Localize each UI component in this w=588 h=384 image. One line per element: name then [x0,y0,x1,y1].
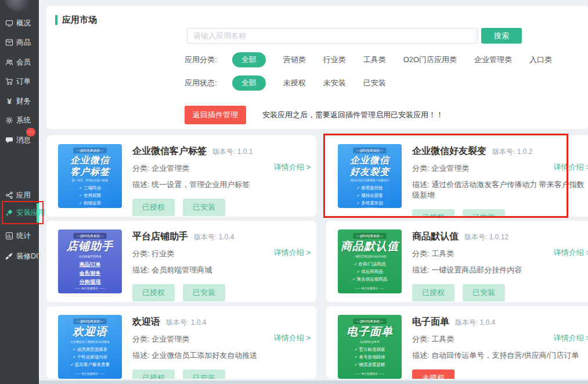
desc-label: 描述: [132,265,150,274]
status-badge-authorized: 已授权 [412,284,454,302]
sidebar: 概况 商品 会员 订单 ¥ 财务 系统 消息 ⋯ 应用 安装应用 统计 装修DI… [0,0,39,384]
app-card[interactable]: —源码电商系统— 企业微信 客户标签 统一设置，管理企业客户标签 三端同步 使用… [46,135,316,217]
category-value: 企业管理类 [431,164,469,173]
version-label: 版本号: [492,148,515,156]
app-name: 商品默认值 [412,231,459,243]
desc-label: 描述: [412,351,430,360]
sidebar-item-label: 应用 [16,191,31,200]
search-button[interactable]: 搜索 [481,28,522,44]
sidebar-item-label: 订单 [16,77,31,87]
sidebar-item-label: 统计 [16,231,31,241]
detail-link[interactable]: 详情介绍 > [274,162,311,173]
app-cover-image: —源码电商系统— 企业微信 好友裂变 通过价值活动激发客户传播动力 裂变路径短 … [338,144,402,208]
app-name: 平台店铺助手 [132,231,188,243]
app-name: 企业微信好友裂变 [412,145,486,157]
status-option[interactable]: 未授权 [283,78,306,88]
category-option[interactable]: 工具类 [363,55,386,65]
status-badge-installed: 已安装 [183,199,225,216]
sidebar-item-apps[interactable]: 应用 [0,189,39,202]
detail-link[interactable]: 详情介绍 > [554,333,588,343]
sidebar-item-diy[interactable]: 装修DIY [0,250,39,263]
sidebar-item-stats[interactable]: 统计 [0,229,39,242]
sidebar-item-label: 安装应用 [16,208,45,218]
app-card[interactable]: —源码电商系统— 欢迎语 企业微信员工添加好友自动推送 成员类型选择多 个性化推… [46,306,316,379]
sidebar-item-system[interactable]: 系统 [0,114,39,127]
sidebar-item-overview[interactable]: 概况 [0,17,39,30]
install-brush-icon [5,209,13,217]
category-label: 分类: [132,335,150,343]
category-option[interactable]: O2O门店应用类 [403,55,457,65]
chat-bubble-icon [5,136,13,144]
status-badge-installed: 已安装 [183,369,225,379]
category-label: 分类: [412,249,430,258]
app-card[interactable]: —源码电商系统— 电子面单 自动回传运单号 官方标准模板 单号自动回传 物流进度… [326,306,588,379]
sidebar-item-label: 装修DIY [16,252,43,261]
app-cover-image: —源码电商系统— 商品默认值 一键设置商品部分挂件内容 自营/门店商品 供应商商… [338,229,402,293]
status-option[interactable]: 未安装 [323,78,346,88]
version-label: 版本号: [464,233,487,241]
notice-row: 返回插件管理 安装应用之后，需要返回插件管理启用已安装应用！！ [185,106,443,124]
category-value: 工具类 [431,249,454,258]
desc-value: 通过价值活动激发客户传播动力 带来客户指数级新增 [412,180,585,199]
app-card-grid: —源码电商系统— 企业微信 客户标签 统一设置，管理企业客户标签 三端同步 使用… [46,135,588,379]
sidebar-item-goods[interactable]: 商品 [0,36,39,49]
paint-brush-icon [5,252,13,260]
detail-link[interactable]: 详情介绍 > [554,162,588,173]
app-name: 欢迎语 [132,316,160,328]
version-value: 1.0.12 [489,233,508,241]
sidebar-item-orders[interactable]: 订单 [0,75,39,88]
app-name: 企业微信客户标签 [132,145,207,157]
active-item-indicator [37,203,39,222]
status-option-all[interactable]: 全部 [232,76,266,91]
box-icon [5,38,13,46]
version-label: 版本号: [212,148,235,156]
category-value: 企业管理类 [151,335,189,343]
bar-chart-icon [5,232,13,240]
detail-link[interactable]: 详情介绍 > [274,333,311,343]
desc-value: 自动回传运单号，支持自营/供应商/门店订单 [431,351,579,360]
app-cover-image: —源码电商系统— 电子面单 自动回传运单号 官方标准模板 单号自动回传 物流进度… [338,315,402,379]
monitor-icon [5,19,13,27]
category-label: 分类: [132,164,150,173]
detail-link[interactable]: 详情介绍 > [554,247,588,258]
version-value: 1.0.4 [480,318,496,326]
app-card-highlighted[interactable]: —源码电商系统— 企业微信 好友裂变 通过价值活动激发客户传播动力 裂变路径短 … [326,135,588,217]
desc-label: 描述: [412,265,430,274]
desc-value: 会员前端管理商城 [151,265,212,274]
category-filter-label: 应用分类: [185,55,217,65]
sidebar-item-install-apps[interactable]: 安装应用 [0,206,39,219]
app-name: 电子面单 [412,316,449,328]
detail-link[interactable]: 详情介绍 > [274,247,311,258]
sidebar-item-label: 消息 [16,135,31,145]
page-title: 应用市场 [55,15,97,26]
back-to-plugins-button[interactable]: 返回插件管理 [185,106,246,124]
desc-value: 一键设置商品部分挂件内容 [431,265,522,274]
title-accent-bar [55,15,57,25]
sidebar-item-label: 系统 [16,116,31,125]
sidebar-item-finance[interactable]: ¥ 财务 [0,95,39,107]
cart-icon [5,77,13,85]
category-option[interactable]: 营销类 [283,55,306,65]
sidebar-item-label: 财务 [16,96,31,106]
status-badge-unauthorized: 未授权 [412,369,454,379]
version-label: 版本号: [166,318,189,326]
category-option-all[interactable]: 全部 [232,52,266,67]
user-avatar[interactable] [4,0,33,12]
status-badge-installed: 已安装 [463,209,505,217]
category-option[interactable]: 入口类 [529,55,552,65]
status-filter-label: 应用状态: [185,78,217,88]
sidebar-item-label: 概况 [16,19,31,28]
status-option[interactable]: 已安装 [363,78,386,88]
category-option[interactable]: 企业管理类 [474,55,512,65]
category-value: 工具类 [431,335,454,343]
desc-label: 描述: [132,351,150,360]
app-card[interactable]: —源码电商系统— 店铺助手 会员前端管理商城 商品/订单 会员/财务 分类/提现… [46,221,316,302]
search-input[interactable] [187,28,478,44]
sidebar-item-members[interactable]: 会员 [0,56,39,69]
app-market-panel: 应用市场 搜索 应用分类: 全部 营销类 行业类 工具类 O2O门店应用类 企业… [46,6,588,129]
category-option[interactable]: 行业类 [323,55,346,65]
desc-value: 企业微信员工添加好友自动推送 [151,351,257,360]
status-badge-installed: 已安装 [463,284,505,302]
app-card[interactable]: —源码电商系统— 商品默认值 一键设置商品部分挂件内容 自营/门店商品 供应商商… [326,221,588,302]
category-label: 分类: [132,249,150,258]
